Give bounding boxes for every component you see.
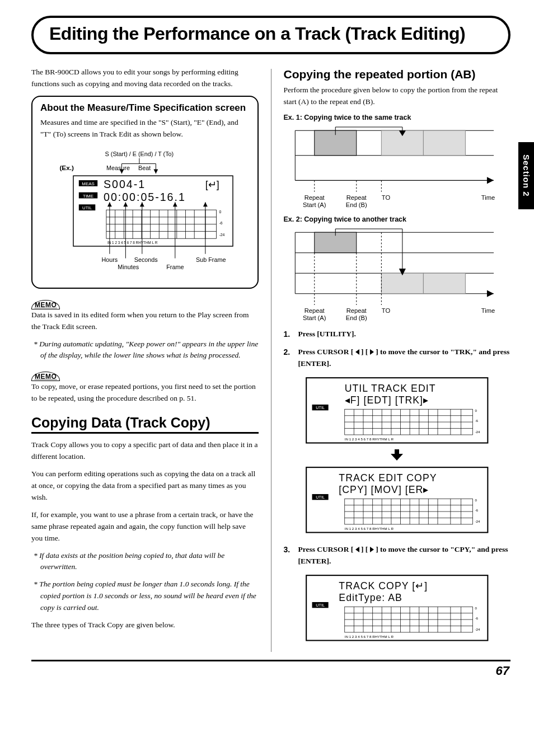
- svg-marker-48: [203, 202, 208, 206]
- rule: [31, 432, 259, 434]
- step-1: 1. Press [UTILITY].: [284, 328, 511, 341]
- down-arrow-icon: [391, 449, 403, 461]
- svg-text:-24: -24: [475, 430, 480, 434]
- svg-rect-64: [423, 130, 465, 156]
- svg-marker-58: [486, 177, 493, 184]
- step-2: 2. Press CURSOR [ ] [ ] to move the curs…: [284, 346, 511, 370]
- tc-p2: You can perform editing operations such …: [31, 468, 259, 504]
- tc-p3: If, for example, you want to use a phras…: [31, 509, 259, 544]
- svg-text:Start (A): Start (A): [303, 201, 326, 208]
- svg-text:S004-1: S004-1: [104, 177, 146, 190]
- svg-text:MEAS: MEAS: [82, 181, 94, 186]
- svg-text:TRACK COPY     [↵]: TRACK COPY [↵]: [339, 580, 428, 591]
- memo-badge-2: MEMO: [31, 372, 60, 381]
- h3-ab: Copying the repeated portion (AB): [284, 68, 511, 81]
- memo1-note: * During automatic updating, "Keep power…: [31, 339, 259, 362]
- svg-text:Frame: Frame: [166, 264, 184, 270]
- cursor-right-icon: [370, 349, 374, 355]
- ex1-label: Ex. 1: Copying twice to the same track: [284, 114, 511, 121]
- svg-text:-24: -24: [475, 627, 480, 631]
- svg-text:UTIL   TRACK EDIT: UTIL TRACK EDIT: [345, 383, 436, 394]
- svg-text:S (Start) / E (End) / T (To): S (Start) / E (End) / T (To): [105, 150, 174, 157]
- svg-text:[CPY]  [MOV]  [ER▸: [CPY] [MOV] [ER▸: [339, 484, 429, 495]
- svg-text:UTIL: UTIL: [82, 205, 92, 210]
- memo2-body: To copy, move, or erase repeated portion…: [31, 381, 259, 405]
- ex2-label: Ex. 2: Copying twice to another track: [284, 215, 511, 223]
- measure-time-diagram: S (Start) / E (End) / T (To) (Ex.) Measu…: [40, 149, 250, 279]
- svg-text:-24: -24: [475, 519, 480, 523]
- svg-text:-6: -6: [219, 220, 222, 224]
- svg-text:0: 0: [475, 408, 477, 412]
- callout-box: About the Measure/Time Specification scr…: [31, 96, 259, 289]
- ex2-diagram: Repeat Start (A) Repeat End (B) TO Time: [284, 226, 511, 322]
- svg-marker-6: [153, 169, 158, 173]
- tc-p1: Track Copy allows you to copy a specific…: [31, 439, 259, 463]
- svg-text:EditType:       AB: EditType: AB: [339, 592, 402, 603]
- svg-text:(Ex.): (Ex.): [59, 164, 74, 171]
- svg-text:Repeat: Repeat: [304, 194, 325, 201]
- svg-text:00:00:05-16.1: 00:00:05-16.1: [104, 191, 186, 203]
- svg-text:Measure: Measure: [106, 165, 130, 171]
- svg-text:[↵]: [↵]: [205, 179, 219, 190]
- step-3: 3. Press CURSOR [ ] [ ] to move the curs…: [284, 544, 511, 567]
- svg-text:-6: -6: [475, 616, 478, 620]
- svg-text:UTIL: UTIL: [316, 495, 325, 500]
- memo-badge-1: MEMO: [31, 300, 60, 309]
- svg-marker-122: [391, 449, 403, 461]
- svg-text:0: 0: [475, 499, 477, 503]
- svg-text:IN   1  2  3  4  5  6  7  8 RH: IN 1 2 3 4 5 6 7 8 RHYTHM L R: [345, 437, 394, 441]
- page-title: Editing the Performance on a Track (Trac…: [49, 24, 493, 44]
- svg-text:Time: Time: [481, 307, 494, 314]
- svg-rect-83: [423, 273, 465, 293]
- svg-text:Hours: Hours: [101, 256, 118, 262]
- svg-marker-80: [486, 290, 493, 297]
- svg-text:TO: TO: [381, 194, 390, 201]
- tc-note2: * The portion being copied must be longe…: [31, 579, 259, 614]
- svg-text:Seconds: Seconds: [134, 256, 158, 262]
- svg-text:UTIL: UTIL: [316, 603, 325, 608]
- svg-text:0: 0: [475, 606, 477, 610]
- svg-text:Repeat: Repeat: [346, 307, 367, 314]
- svg-rect-82: [381, 273, 423, 293]
- svg-text:Beat: Beat: [138, 165, 151, 171]
- lcd-screen-1: UTIL UTIL TRACK EDIT ◂F] [EDT] [TRK]▸: [304, 375, 490, 445]
- column-divider: [271, 69, 271, 652]
- intro-text: The BR-900CD allows you to edit your son…: [31, 67, 259, 90]
- lcd-screen-3: UTIL TRACK COPY [↵] EditType: AB: [304, 573, 490, 643]
- svg-text:Sub Frame: Sub Frame: [196, 256, 226, 262]
- svg-text:Time: Time: [481, 194, 494, 201]
- ex1-diagram: Repeat Start (A) Repeat End (B) TO Time: [284, 124, 511, 209]
- svg-text:-24: -24: [219, 233, 224, 237]
- svg-text:IN  1  2  3  4  5  6  7  8 RHY: IN 1 2 3 4 5 6 7 8 RHYTHM L R: [107, 241, 158, 245]
- lcd-screen-2: UTIL TRACK EDIT COPY [CPY] [MOV] [ER▸: [304, 465, 490, 535]
- callout-title: About the Measure/Time Specification scr…: [40, 102, 250, 114]
- svg-text:End (B): End (B): [345, 201, 367, 208]
- cursor-left-icon: [355, 349, 359, 355]
- svg-text:TO: TO: [381, 307, 390, 314]
- svg-text:◂F]  [EDT]  [TRK]▸: ◂F] [EDT] [TRK]▸: [345, 395, 429, 406]
- svg-text:Repeat: Repeat: [304, 307, 325, 314]
- svg-text:Minutes: Minutes: [118, 264, 139, 270]
- svg-text:Repeat: Repeat: [346, 194, 367, 201]
- svg-text:Start (A): Start (A): [303, 314, 326, 321]
- cursor-left-icon: [355, 547, 359, 552]
- svg-text:TIME: TIME: [83, 193, 93, 198]
- page-title-band: Editing the Performance on a Track (Trac…: [31, 16, 510, 54]
- svg-text:-6: -6: [475, 419, 478, 422]
- tc-note1: * If data exists at the position being c…: [31, 550, 259, 574]
- page-number: 67: [31, 660, 510, 678]
- callout-body: Measures and time are specified in the "…: [40, 117, 250, 140]
- ab-p1: Perform the procedure given below to cop…: [284, 84, 511, 108]
- h2-track-copy: Copying Data (Track Copy): [31, 415, 259, 431]
- cursor-right-icon: [370, 547, 374, 552]
- memo1-body: Data is saved in its edited form when yo…: [31, 309, 259, 333]
- svg-text:TRACK EDIT    COPY: TRACK EDIT COPY: [339, 473, 437, 484]
- svg-text:IN   1  2  3  4  5  6  7  8 RH: IN 1 2 3 4 5 6 7 8 RHYTHM L R: [345, 635, 394, 638]
- svg-text:UTIL: UTIL: [316, 405, 325, 410]
- svg-text:IN   1  2  3  4  5  6  7  8 RH: IN 1 2 3 4 5 6 7 8 RHYTHM L R: [345, 527, 394, 531]
- svg-text:End (B): End (B): [345, 314, 367, 321]
- tc-p4: The three types of Track Copy are given …: [31, 619, 259, 631]
- svg-text:0: 0: [219, 210, 221, 214]
- svg-text:-6: -6: [475, 509, 478, 513]
- side-tab: Section 2: [518, 142, 534, 209]
